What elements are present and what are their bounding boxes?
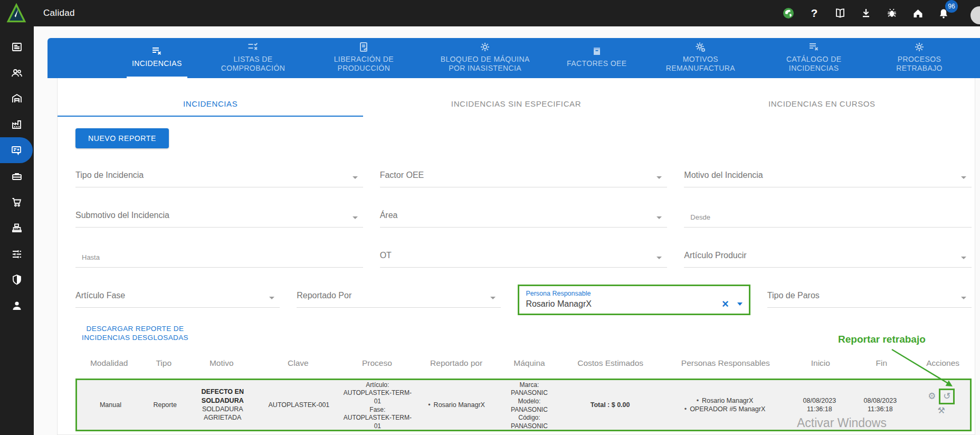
subtab-incidencias[interactable]: INCIDENCIAS	[58, 78, 363, 117]
bug-icon[interactable]	[886, 7, 898, 19]
chevron-down-icon	[961, 297, 966, 299]
shield-icon	[11, 274, 23, 286]
area-select[interactable]: Área	[380, 203, 668, 228]
help-icon[interactable]: ?	[808, 7, 820, 19]
sidebar-item-people[interactable]	[0, 60, 34, 86]
cell-motivo: DEFECTO EN SOLDADURA SOLDADURA AGRIETADA	[186, 380, 259, 430]
reportado-por-select[interactable]: Reportado Por	[297, 283, 501, 308]
gear-sync-icon	[695, 42, 706, 52]
table-header: Modalidad Tipo Motivo Clave Proceso Repo…	[75, 355, 972, 371]
sidebar-item-cart[interactable]	[0, 189, 34, 215]
cell-costos-estimados: Total : $ 0.00	[562, 380, 659, 430]
chevron-down-icon	[656, 257, 662, 259]
chevron-down-icon	[961, 257, 966, 259]
cell-modalidad: Manual	[77, 380, 144, 430]
factory-icon	[11, 119, 23, 130]
cell-fin: 08/08/2023 11:36:18	[848, 380, 913, 430]
chevron-down-icon	[656, 216, 662, 219]
motivo-del-incidencia-select[interactable]: Motivo del Incidencia	[684, 163, 972, 187]
reportar-retrabajo-annotation: Reportar retrabajo	[838, 334, 926, 345]
cell-tipo: Reporte	[144, 380, 186, 430]
sub-tabs: INCIDENCIAS INCIDENCIAS SIN ESPECIFICAR …	[58, 78, 975, 117]
factor-oee-select[interactable]: Factor OEE	[380, 163, 668, 187]
tab-liberacion-de-produccion[interactable]: LIBERACIÓN DE PRODUCCIÓN	[319, 38, 408, 78]
chevron-down-icon	[656, 176, 662, 179]
ot-select[interactable]: OT	[380, 243, 668, 268]
cell-acciones: ⚙ ↺ ⚒	[913, 380, 970, 430]
person-icon	[11, 300, 23, 311]
sidebar-item-profile[interactable]	[0, 292, 34, 318]
tab-procesos-retrabajo[interactable]: PROCESOS RETRABAJO	[880, 38, 959, 78]
articulo-fase-select[interactable]: Artículo Fase	[75, 283, 280, 308]
sidebar-item-quality[interactable]	[0, 137, 33, 163]
articulo-producir-select[interactable]: Artículo Producir	[684, 243, 972, 268]
tab-catalogo-de-incidencias[interactable]: CATÁLOGO DE INCIDENCIAS	[769, 38, 859, 78]
submotivo-del-incidencia-select[interactable]: Submotivo del Incidencia	[75, 203, 363, 228]
people-icon	[11, 67, 23, 79]
subtab-incidencias-sin-especificar[interactable]: INCIDENCIAS SIN ESPECIFICAR	[363, 78, 669, 117]
tab-incidencias[interactable]: INCIDENCIAS	[127, 38, 187, 78]
download-report-link[interactable]: DESCARGAR REPORTE DE INCIDENCIAS DESGLOS…	[82, 325, 188, 343]
table-row: Manual Reporte DEFECTO EN SOLDADURA SOLD…	[75, 379, 972, 431]
bell-icon[interactable]: 96	[938, 7, 949, 19]
sidebar	[0, 26, 34, 435]
clear-icon[interactable]: ×	[722, 300, 729, 308]
tab-factores-oee[interactable]: FACTORES OEE	[562, 38, 632, 78]
newspaper-icon	[11, 41, 23, 53]
quality-certificate-icon	[11, 145, 22, 156]
sidebar-item-toolbox[interactable]	[0, 163, 34, 189]
chevron-down-icon	[490, 297, 496, 299]
sidebar-item-cash-register[interactable]	[0, 215, 34, 241]
cell-inicio: 08/08/2023 11:36:18	[792, 380, 848, 430]
topbar-actions: ? 96	[783, 7, 980, 19]
sidebar-item-settings[interactable]	[0, 241, 34, 267]
tools-icon[interactable]: ⚒	[938, 405, 945, 417]
chevron-down-icon	[353, 216, 358, 219]
tipo-de-incidencia-select[interactable]: Tipo de Incidencia	[75, 163, 363, 187]
sidebar-item-security[interactable]	[0, 267, 34, 292]
chevron-down-icon	[961, 176, 966, 179]
gear-icon	[914, 42, 925, 52]
cell-clave: AUTOPLASTEK-001	[259, 380, 339, 430]
chevron-down-icon[interactable]	[737, 302, 743, 306]
cell-maquina: Marca: PANASONIC Modelo: PANASONIC Códig…	[497, 380, 562, 430]
main-area: INCIDENCIAS LISTAS DE COMPROBACIÓN LIBER…	[34, 26, 980, 435]
document-check-icon	[358, 42, 369, 52]
download-icon[interactable]	[860, 7, 872, 19]
sidebar-item-factory[interactable]	[0, 111, 34, 137]
content-card: INCIDENCIAS INCIDENCIAS SIN ESPECIFICAR …	[57, 78, 975, 435]
filters-section: NUEVO REPORTE Tipo de Incidencia Factor …	[58, 117, 975, 431]
sync-icon[interactable]: ⚙	[928, 391, 936, 402]
cart-icon	[11, 196, 23, 208]
cell-personas-responsables: Rosario ManagrX OPERADOR #5 ManagrX	[658, 380, 791, 430]
page-title: Calidad	[43, 8, 75, 18]
home-icon[interactable]	[912, 7, 924, 19]
history-icon[interactable]: ↺	[943, 391, 950, 402]
chevron-down-icon	[269, 297, 274, 299]
gear-icon	[480, 42, 490, 52]
hasta-date-input[interactable]: Hasta	[75, 243, 363, 268]
cash-register-icon	[11, 222, 23, 234]
notification-badge: 96	[945, 0, 958, 13]
persona-responsable-value: Rosario ManagrX	[526, 299, 722, 309]
tipo-de-paros-select[interactable]: Tipo de Paros	[767, 283, 972, 308]
tab-listas-de-comprobacion[interactable]: LISTAS DE COMPROBACIÓN	[208, 38, 298, 78]
app-logo-icon	[6, 3, 26, 23]
tune-icon	[11, 248, 23, 260]
globe-icon[interactable]	[783, 7, 794, 19]
archive-box-icon	[592, 46, 602, 56]
tab-bloqueo-de-maquina[interactable]: BLOQUEO DE MÁQUINA POR INASISTENCIA	[430, 38, 540, 78]
new-report-button[interactable]: NUEVO REPORTE	[75, 128, 169, 148]
desde-date-input[interactable]: Desde	[684, 203, 972, 228]
warehouse-icon	[11, 93, 23, 105]
book-icon[interactable]	[834, 7, 846, 19]
persona-responsable-select[interactable]: Persona Responsable Rosario ManagrX ×	[518, 285, 750, 315]
tab-motivos-remanufactura[interactable]: MOTIVOS REMANUFACTURA	[653, 38, 748, 78]
checklist-icon	[247, 42, 259, 52]
subtab-incidencias-en-cursos[interactable]: INCIDENCIAS EN CURSOS	[669, 78, 975, 117]
incidencias-table: Modalidad Tipo Motivo Clave Proceso Repo…	[75, 355, 972, 431]
chevron-down-icon	[353, 176, 358, 179]
sidebar-item-news[interactable]	[0, 34, 34, 60]
cell-proceso: Artículo: AUTOPLASTEK-TERM-01 Fase: AUTO…	[339, 380, 416, 430]
sidebar-item-warehouse[interactable]	[0, 86, 34, 111]
